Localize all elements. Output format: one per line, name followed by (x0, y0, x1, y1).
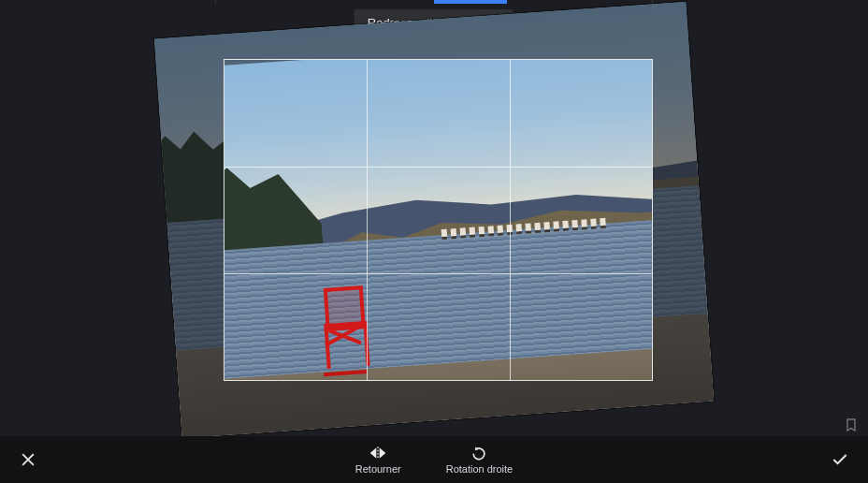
svg-rect-2 (378, 453, 379, 455)
flip-button[interactable]: Retourner (355, 446, 401, 475)
confirm-button[interactable] (812, 450, 868, 469)
angle-slider[interactable] (215, 0, 653, 4)
svg-rect-1 (378, 449, 379, 451)
crop-box[interactable] (224, 59, 653, 381)
grid-line (510, 60, 511, 380)
cancel-button[interactable] (0, 450, 56, 469)
rotate-label: Rotation droite (446, 463, 514, 475)
ruler-tick (215, 0, 216, 4)
flip-label: Retourner (355, 463, 401, 475)
grid-line (224, 273, 652, 274)
check-icon (831, 450, 849, 469)
ruler-highlight (434, 0, 507, 4)
grid-line (367, 60, 368, 380)
rotate-right-button[interactable]: Rotation droite (446, 446, 514, 475)
crop-preview (224, 60, 652, 380)
svg-rect-0 (378, 446, 379, 448)
bookmark-icon[interactable] (844, 417, 859, 432)
rotate-icon (470, 446, 488, 461)
canvas-area: Redresser l'angle +7,40° (0, 0, 868, 436)
bottom-toolbar: Retourner Rotation droite (0, 436, 868, 483)
svg-rect-3 (378, 456, 379, 458)
flip-icon (369, 446, 387, 461)
close-icon (19, 450, 37, 469)
grid-line (224, 167, 652, 168)
